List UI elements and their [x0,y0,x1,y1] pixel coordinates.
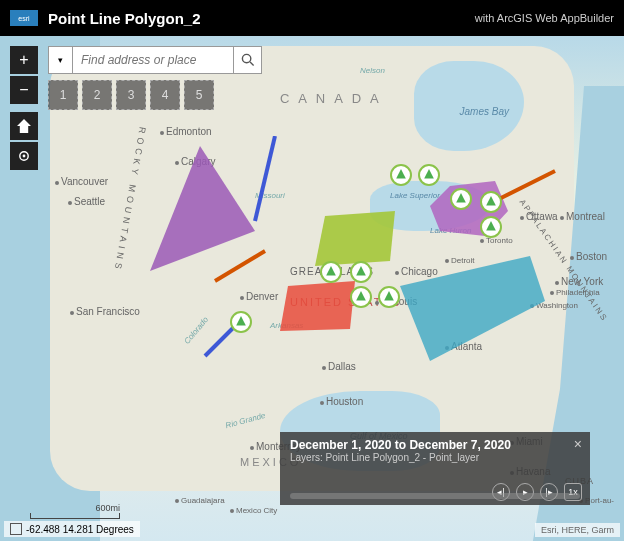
app-subtitle: with ArcGIS Web AppBuilder [475,12,614,24]
city-ottawa: Ottawa [520,211,558,222]
tree-point-icon[interactable] [418,164,440,186]
svg-line-7 [215,251,265,281]
bookmark-bar: 1 2 3 4 5 [48,80,214,110]
zoom-out-button[interactable]: − [10,76,38,104]
esri-logo: esri [10,10,38,26]
svg-marker-18 [236,316,246,326]
time-slider-widget: × December 1, 2020 to December 7, 2020 L… [280,432,590,505]
bookmark-4[interactable]: 4 [150,80,180,110]
coordinate-text: -62.488 14.281 Degrees [26,524,134,535]
svg-marker-15 [356,266,366,276]
tree-point-icon[interactable] [230,311,252,333]
search-source-dropdown[interactable]: ▾ [49,47,73,73]
map-attribution: Esri, HERE, Garm [535,523,620,537]
scalebar-label: 600mi [30,503,120,513]
city-philly: Philadelphia [550,288,600,297]
city-edmonton: Edmonton [160,126,212,137]
label-canada: C A N A D A [280,91,382,106]
svg-line-8 [495,171,555,201]
svg-marker-9 [396,169,406,179]
timeslider-date-range: December 1, 2020 to December 7, 2020 [290,438,580,452]
bookmark-5[interactable]: 5 [184,80,214,110]
svg-marker-12 [486,196,496,206]
svg-marker-16 [356,291,366,301]
coordinate-display[interactable]: -62.488 14.281 Degrees [4,521,140,537]
tree-point-icon[interactable] [480,191,502,213]
scalebar-line [30,513,120,519]
svg-marker-1 [315,211,395,266]
label-james-bay: James Bay [460,106,509,117]
timeslider-track[interactable] [290,493,580,499]
tree-point-icon[interactable] [320,261,342,283]
tree-point-icon[interactable] [378,286,400,308]
city-boston: Boston [570,251,607,262]
search-icon [241,53,255,67]
timeslider-layers-label: Layers: Point Line Polygon_2 - Point_lay… [290,452,580,463]
locate-icon [17,149,31,163]
locate-button[interactable] [10,142,38,170]
search-input[interactable] [73,47,233,73]
line-orange-west[interactable] [210,246,270,286]
svg-line-22 [250,62,254,66]
label-nelson: Nelson [360,66,385,75]
city-dallas: Dallas [322,361,356,372]
timeslider-close-button[interactable]: × [574,436,582,452]
polygon-teal[interactable] [390,256,550,366]
svg-point-20 [23,155,26,158]
city-guadalajara: Guadalajara [175,496,225,505]
zoom-controls: + − [10,46,38,170]
home-icon [17,119,31,133]
city-seattle: Seattle [68,196,105,207]
scalebar: 600mi [30,503,120,519]
polygon-red[interactable] [280,281,360,336]
search-bar: ▾ [48,46,262,74]
svg-marker-2 [280,281,355,331]
city-mexico-city: Mexico City [230,506,277,515]
tree-point-icon[interactable] [480,216,502,238]
city-vancouver: Vancouver [55,176,108,187]
search-button[interactable] [233,47,261,73]
svg-marker-17 [384,291,394,301]
map-canvas[interactable]: C A N A D A UNITED STATES MEXICO GREAT P… [0,36,624,541]
coordinate-toggle-icon[interactable] [10,523,22,535]
bookmark-1[interactable]: 1 [48,80,78,110]
svg-marker-11 [456,193,466,203]
city-ny: New York [555,276,603,287]
svg-line-5 [255,136,275,221]
bookmark-3[interactable]: 3 [116,80,146,110]
bookmark-2[interactable]: 2 [82,80,112,110]
app-title: Point Line Polygon_2 [48,10,475,27]
tree-point-icon[interactable] [450,188,472,210]
city-montreal: Montreal [560,211,605,222]
svg-marker-10 [424,169,434,179]
line-blue-north[interactable] [250,136,280,226]
tree-point-icon[interactable] [350,261,372,283]
svg-point-21 [242,54,250,62]
zoom-in-button[interactable]: + [10,46,38,74]
tree-point-icon[interactable] [350,286,372,308]
city-houston: Houston [320,396,363,407]
svg-marker-13 [486,221,496,231]
city-denver: Denver [240,291,278,302]
svg-marker-3 [400,256,545,361]
svg-marker-14 [326,266,336,276]
tree-point-icon[interactable] [390,164,412,186]
app-header: esri Point Line Polygon_2 with ArcGIS We… [0,0,624,36]
home-button[interactable] [10,112,38,140]
city-sf: San Francisco [70,306,140,317]
